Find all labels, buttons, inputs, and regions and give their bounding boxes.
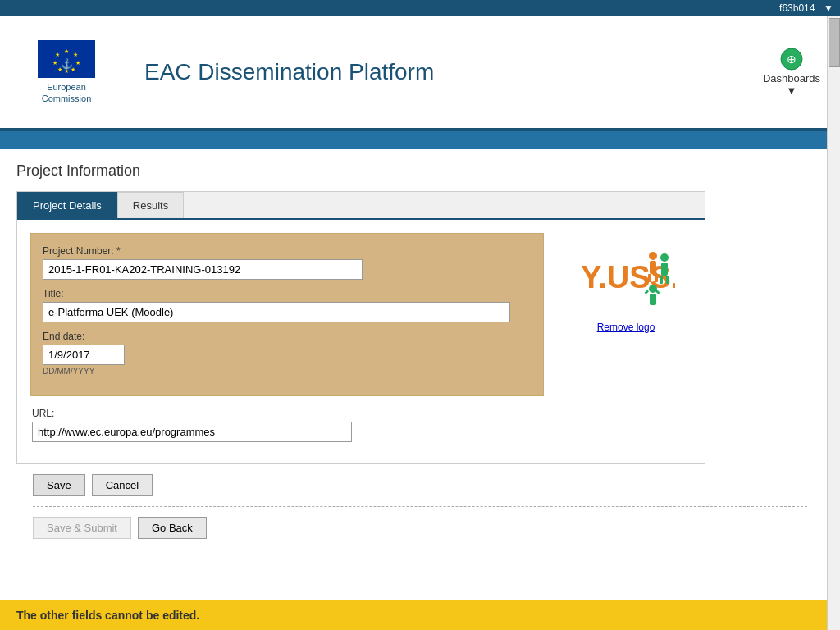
eu-flag: ★ ★ ★ ★ ★ ★ ★ ★ ⚓ xyxy=(38,40,95,78)
svg-rect-21 xyxy=(650,294,656,305)
dashboards-label: Dashboards xyxy=(763,72,820,84)
form-left: Project Number: * Title: End date: DD/MM… xyxy=(30,233,544,450)
accent-bar xyxy=(0,131,840,149)
svg-point-16 xyxy=(660,253,669,262)
dashboards-icon: ⊕ xyxy=(780,48,803,71)
page-title: Project Information xyxy=(16,162,824,180)
scrollbar[interactable] xyxy=(827,16,840,630)
svg-text:⊕: ⊕ xyxy=(787,52,797,66)
save-submit-button: Save & Submit xyxy=(33,517,131,539)
dashboards-button[interactable]: ⊕ Dashboards ▼ xyxy=(756,44,827,100)
scrollbar-thumb[interactable] xyxy=(829,18,840,67)
svg-point-12 xyxy=(649,252,657,260)
main-panel: Project Details Results Project Number: … xyxy=(16,191,705,464)
svg-rect-17 xyxy=(661,262,668,276)
svg-text:★: ★ xyxy=(55,52,60,57)
yuss-logo-svg: Y.USS. xyxy=(577,245,675,311)
svg-text:★: ★ xyxy=(73,52,78,57)
form-right: Y.USS. xyxy=(560,233,692,450)
svg-text:⚓: ⚓ xyxy=(61,57,73,70)
project-number-group: Project Number: * xyxy=(43,245,532,280)
svg-rect-15 xyxy=(655,274,658,282)
svg-rect-13 xyxy=(650,261,656,274)
project-number-label: Project Number: * xyxy=(43,245,532,257)
dropdown-icon: ▼ xyxy=(824,2,833,14)
project-number-input[interactable] xyxy=(43,259,363,280)
svg-rect-18 xyxy=(660,276,663,284)
end-date-group: End date: DD/MM/YYYY xyxy=(43,331,532,376)
logo-text: European Commission xyxy=(42,81,92,105)
footer-notice: The other fields cannot be edited. xyxy=(0,600,840,630)
svg-rect-19 xyxy=(666,276,669,284)
normal-fields: URL: xyxy=(30,408,544,442)
title-input[interactable] xyxy=(43,302,510,322)
tabs-bar: Project Details Results xyxy=(17,192,705,220)
buttons-row: Save Cancel xyxy=(16,464,824,506)
url-input[interactable] xyxy=(32,422,352,442)
svg-text:★: ★ xyxy=(52,60,57,66)
save-button[interactable]: Save xyxy=(33,474,85,496)
form-area: Project Number: * Title: End date: DD/MM… xyxy=(17,220,705,463)
tab-results[interactable]: Results xyxy=(117,192,184,218)
page-content: Project Information Project Details Resu… xyxy=(0,149,840,562)
url-group: URL: xyxy=(32,408,542,442)
eu-stars-svg: ★ ★ ★ ★ ★ ★ ★ ★ ⚓ xyxy=(46,45,87,73)
cancel-button[interactable]: Cancel xyxy=(92,474,153,496)
highlighted-fields: Project Number: * Title: End date: DD/MM… xyxy=(30,233,544,396)
title-group: Title: xyxy=(43,288,532,322)
title-label: Title: xyxy=(43,288,532,299)
header: ★ ★ ★ ★ ★ ★ ★ ★ ⚓ European Commission EA… xyxy=(0,16,840,131)
user-menu[interactable]: f63b014 . ▼ xyxy=(779,2,833,14)
end-date-label: End date: xyxy=(43,331,532,342)
tab-project-details[interactable]: Project Details xyxy=(17,192,117,218)
top-bar: f63b014 . ▼ xyxy=(0,0,840,16)
svg-rect-14 xyxy=(648,274,651,282)
end-date-input[interactable] xyxy=(43,345,125,365)
bottom-buttons: Save & Submit Go Back xyxy=(16,507,824,549)
username-label: f63b014 . xyxy=(779,2,820,14)
svg-text:★: ★ xyxy=(64,48,69,54)
end-date-hint: DD/MM/YYYY xyxy=(43,367,532,376)
project-logo: Y.USS. xyxy=(577,241,675,315)
remove-logo-link[interactable]: Remove logo xyxy=(597,322,655,333)
logo-area: ★ ★ ★ ★ ★ ★ ★ ★ ⚓ European Commission xyxy=(13,40,120,105)
go-back-button[interactable]: Go Back xyxy=(138,517,207,539)
url-label: URL: xyxy=(32,408,542,419)
header-title: EAC Dissemination Platform xyxy=(144,59,756,85)
dashboards-dropdown-icon: ▼ xyxy=(787,84,797,97)
svg-text:★: ★ xyxy=(75,60,80,66)
